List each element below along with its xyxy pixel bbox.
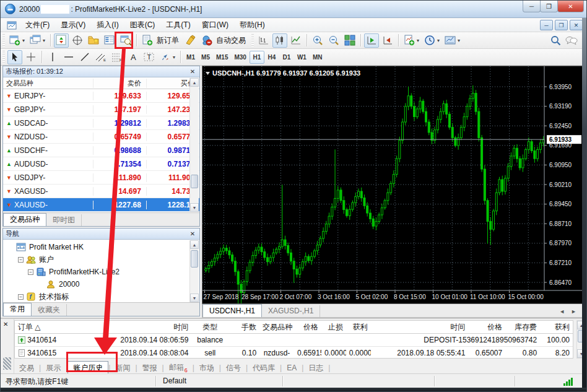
fibonacci-button[interactable]: F xyxy=(110,50,124,64)
crosshair-button[interactable] xyxy=(24,50,38,64)
column-header-0[interactable]: 订单 △ xyxy=(15,322,94,333)
column-header-10[interactable]: 库存费 xyxy=(505,322,540,333)
column-header-3[interactable]: 手数 xyxy=(228,322,259,333)
terminal-tab-邮箱[interactable]: 邮箱6 xyxy=(164,361,193,374)
market-watch-row-AUDUSD-[interactable]: ▲AUDUSD-0.713540.71373 xyxy=(3,157,199,171)
order-row-3410615[interactable]: 34106152018.09.14 08:08:04sell0.10nzdusd… xyxy=(15,347,573,359)
periods-button[interactable] xyxy=(422,33,437,48)
profiles-dropdown[interactable]: ▾ xyxy=(43,38,47,43)
market-watch-tab-交易品种[interactable]: 交易品种 xyxy=(3,213,46,226)
data-window-button[interactable] xyxy=(70,33,85,48)
market-watch-tab-即时图[interactable]: 即时图 xyxy=(46,214,82,226)
market-watch-row-EURJPY-[interactable]: ▼EURJPY-129.633129.655 xyxy=(3,89,199,103)
templates-dropdown[interactable]: ▾ xyxy=(458,38,462,43)
menu-item-1[interactable]: 显示(V) xyxy=(55,19,91,32)
close-icon[interactable]: ✕ xyxy=(188,68,197,75)
chart-shift-button[interactable] xyxy=(380,33,395,48)
column-header-9[interactable]: 价格 xyxy=(468,322,505,333)
timeframe-button-M5[interactable]: M5 xyxy=(198,51,213,64)
navigator-item-账户[interactable]: −账户 xyxy=(6,253,199,266)
cursor-button[interactable] xyxy=(7,50,22,64)
terminal-grip[interactable] xyxy=(3,357,11,370)
mdi-close-button[interactable]: ✕ xyxy=(570,20,583,30)
trendline-button[interactable] xyxy=(77,50,92,64)
profiles-button[interactable] xyxy=(28,33,43,48)
timeframe-button-D1[interactable]: D1 xyxy=(279,51,294,64)
maximize-button[interactable]: ❐ xyxy=(540,1,558,12)
close-icon[interactable]: ✕ xyxy=(188,230,197,237)
terminal-tab-日志[interactable]: 日志 xyxy=(303,362,328,375)
timeframe-button-H1[interactable]: H1 xyxy=(250,51,264,64)
chart-tab-USDCNH-,H1[interactable]: USDCNH-,H1 xyxy=(202,304,262,317)
market-watch-row-NZDUSD-[interactable]: ▼NZDUSD-0.657490.65773 xyxy=(3,130,199,144)
tree-expander-icon[interactable]: − xyxy=(18,294,24,300)
status-profile[interactable]: Default xyxy=(163,377,186,385)
new-chart-dropdown[interactable]: ▾ xyxy=(22,38,27,43)
periods-dropdown[interactable]: ▾ xyxy=(437,38,441,43)
close-icon[interactable]: ✕ xyxy=(3,321,8,328)
order-row-3410614[interactable]: 34106142018.09.14 08:06:59balanceDEPOSIT… xyxy=(15,334,573,347)
templates-button[interactable] xyxy=(443,33,458,48)
column-header-11[interactable]: 获利 xyxy=(540,322,573,333)
column-header-4[interactable]: 交易品种 xyxy=(259,322,294,333)
terminal-tab-展示[interactable]: 展示 xyxy=(41,362,66,375)
terminal-tab-代码库[interactable]: 代码库 xyxy=(248,362,280,375)
navigator-tab-常用[interactable]: 常用 xyxy=(3,303,32,316)
arrows-dropdown[interactable]: ▾ xyxy=(173,54,177,60)
market-watch-row-USDJPY-[interactable]: ▼USDJPY-111.890111.906 xyxy=(3,171,199,185)
autotrading-button[interactable]: 自动交易 xyxy=(216,35,246,46)
chart-canvas[interactable]: 6.939506.931906.924506.916906.909506.902… xyxy=(202,66,583,304)
autotrading-icon[interactable] xyxy=(199,33,214,48)
navigator-button[interactable] xyxy=(86,33,101,48)
column-header-1[interactable]: 时间 xyxy=(94,322,192,333)
text-button[interactable]: A xyxy=(126,50,141,64)
tile-windows-button[interactable] xyxy=(342,33,357,48)
column-header-7[interactable]: 获利 xyxy=(346,322,371,333)
market-watch-row-USDCAD-[interactable]: ▲USDCAD-1.298121.29834 xyxy=(3,116,199,130)
menu-item-0[interactable]: 文件(F) xyxy=(20,19,55,32)
column-header-6[interactable]: 止损 xyxy=(321,322,346,333)
tree-expander-icon[interactable]: − xyxy=(18,257,24,263)
navigator-item-Profit Market HK[interactable]: Profit Market HK xyxy=(6,241,199,253)
line-chart-button[interactable] xyxy=(289,33,303,48)
menu-item-3[interactable]: 图表(C) xyxy=(124,19,161,32)
timeframe-button-M30[interactable]: M30 xyxy=(231,51,249,64)
market-watch-row-USDCHF-[interactable]: ▲USDCHF-0.986880.98712 xyxy=(3,144,199,157)
market-watch-button[interactable] xyxy=(54,33,69,48)
new-chart-button[interactable] xyxy=(7,33,22,48)
column-header-2[interactable]: 类型 xyxy=(191,322,228,333)
timeframe-button-W1[interactable]: W1 xyxy=(294,51,310,64)
navigator-scrollbar[interactable]: ▲ ▼ xyxy=(189,240,199,302)
terminal-tab-EA[interactable]: EA xyxy=(282,362,302,373)
channel-button[interactable]: E xyxy=(93,50,108,64)
tree-expander-icon[interactable]: − xyxy=(28,269,33,275)
text-label-button[interactable]: T xyxy=(142,50,157,64)
zoom-out-button[interactable] xyxy=(326,33,341,48)
market-watch-row-GBPJPY-[interactable]: ▼GBPJPY-147.197147.233 xyxy=(3,103,199,116)
mdi-restore-button[interactable]: ❐ xyxy=(555,20,568,30)
horizontal-line-button[interactable] xyxy=(61,50,76,64)
market-watch-scrollbar[interactable]: ▲ ▼ xyxy=(189,78,199,212)
arrows-button[interactable] xyxy=(158,50,173,64)
auto-scroll-button[interactable] xyxy=(364,33,379,48)
chart-tab-scroll-left[interactable]: ◄ xyxy=(559,308,565,315)
strategy-tester-button[interactable] xyxy=(118,33,133,48)
indicators-button[interactable] xyxy=(402,33,417,48)
new-order-button[interactable]: 新订单 xyxy=(157,35,179,46)
menu-item-6[interactable]: 帮助(H) xyxy=(234,19,271,32)
title-bar[interactable]: 20000: ProfitMarketHK-Live2 - [USDCNH-,H… xyxy=(1,1,587,18)
market-watch-header[interactable]: 市场报价: 01:39:12 ✕ xyxy=(3,66,199,77)
market-watch-row-XAGUSD-[interactable]: ▼XAGUSD-14.69714.731 xyxy=(3,185,199,198)
navigator-item-ProfitMarketHK-Live2[interactable]: −ProfitMarketHK-Live2 xyxy=(6,266,199,278)
navigator-item-技术指标[interactable]: −f技术指标 xyxy=(6,290,199,303)
column-header-5[interactable]: 价格 xyxy=(294,322,321,333)
market-watch-row-XAUUSD-[interactable]: ▼XAUUSD-1227.681228.15 xyxy=(3,198,199,212)
mdi-minimize-button[interactable]: ─ xyxy=(540,20,553,30)
navigator-tab-收藏夹[interactable]: 收藏夹 xyxy=(32,304,67,316)
menu-item-4[interactable]: 工具(T) xyxy=(160,19,196,32)
minimize-button[interactable]: ─ xyxy=(523,1,541,12)
new-order-icon[interactable] xyxy=(140,33,155,48)
terminal-tab-警报[interactable]: 警报 xyxy=(137,362,162,375)
terminal-tab-信号[interactable]: 信号 xyxy=(221,362,246,375)
vertical-line-button[interactable] xyxy=(45,50,60,64)
